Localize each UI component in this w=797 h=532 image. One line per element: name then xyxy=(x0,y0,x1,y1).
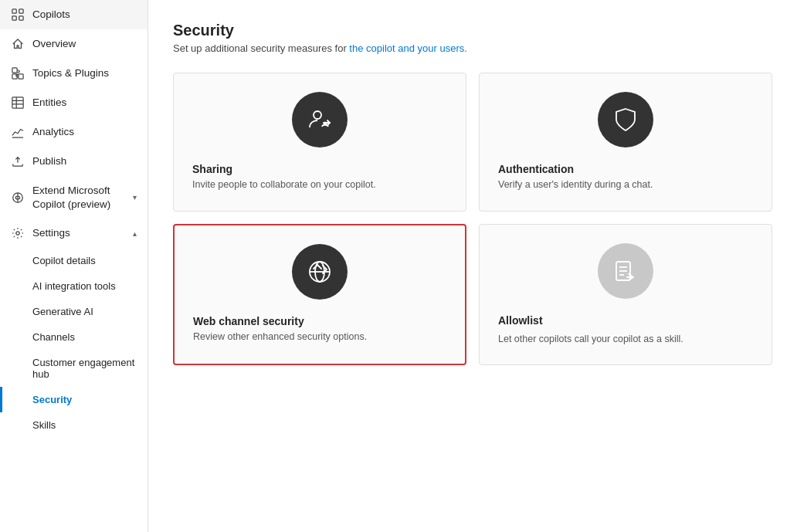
grid-icon xyxy=(11,8,25,22)
sidebar-sub-label-ai-integration: AI integration tools xyxy=(32,280,116,292)
home-icon xyxy=(11,37,25,51)
card-allowlist[interactable]: Allowlist Let other copilots call your c… xyxy=(479,224,772,366)
card-web-channel-title: Web channel security xyxy=(193,315,304,327)
puzzle-icon xyxy=(11,66,25,80)
chart-icon xyxy=(11,125,25,139)
svg-rect-2 xyxy=(12,16,16,20)
sidebar-sub-channels[interactable]: Channels xyxy=(0,324,148,350)
web-channel-security-icon-circle xyxy=(292,244,348,300)
sidebar-sub-label-channels: Channels xyxy=(32,331,75,343)
card-authentication[interactable]: Authentication Verify a user's identity … xyxy=(479,73,772,212)
sidebar-sub-ai-integration[interactable]: AI integration tools xyxy=(0,273,148,299)
card-sharing-desc: Invite people to collaborate on your cop… xyxy=(192,178,376,192)
allowlist-header: Allowlist xyxy=(498,314,543,330)
sidebar-sub-customer-engagement[interactable]: Customer engagement hub xyxy=(0,350,148,387)
card-web-channel-desc: Review other enhanced security options. xyxy=(193,330,367,344)
svg-rect-3 xyxy=(19,16,23,20)
sharing-icon-circle xyxy=(292,92,348,147)
svg-point-11 xyxy=(16,232,19,235)
sidebar-label-topics: Topics & Plugins xyxy=(32,66,137,80)
sidebar-item-overview[interactable]: Overview xyxy=(0,29,148,59)
sidebar-item-entities[interactable]: Entities xyxy=(0,88,148,117)
sidebar-sub-copilot-details[interactable]: Copilot details xyxy=(0,248,148,273)
svg-point-12 xyxy=(314,111,321,119)
sidebar-item-extend-copilot[interactable]: Extend Microsoft Copilot (preview) ▾ xyxy=(0,176,148,219)
sidebar-sub-label-skills: Skills xyxy=(32,419,56,431)
card-allowlist-title: Allowlist xyxy=(498,314,543,327)
sidebar-sub-label-security: Security xyxy=(32,394,72,405)
sidebar-label-publish: Publish xyxy=(32,154,137,168)
sidebar-sub-generative-ai[interactable]: Generative AI xyxy=(0,299,148,324)
sidebar-label-overview: Overview xyxy=(32,37,137,51)
table-icon xyxy=(11,96,25,110)
svg-rect-4 xyxy=(12,68,17,73)
card-sharing[interactable]: Sharing Invite people to collaborate on … xyxy=(173,73,466,212)
page-subtitle: Set up additional security measures for … xyxy=(173,42,772,54)
sidebar-item-topics[interactable]: Topics & Plugins xyxy=(0,59,148,88)
svg-rect-7 xyxy=(12,97,23,108)
card-authentication-desc: Verify a user's identity during a chat. xyxy=(498,178,653,192)
svg-rect-5 xyxy=(19,74,23,79)
allowlist-icon-circle xyxy=(598,243,653,299)
svg-rect-0 xyxy=(12,9,16,13)
sidebar-label-copilots: Copilots xyxy=(32,8,137,22)
card-sharing-title: Sharing xyxy=(192,163,232,175)
sidebar-sub-label-customer-engagement: Customer engagement hub xyxy=(32,357,137,380)
authentication-icon-circle xyxy=(598,92,653,147)
sidebar-sub-label-generative-ai: Generative AI xyxy=(32,306,93,317)
sidebar-sub-security[interactable]: Security xyxy=(0,387,148,412)
sidebar-label-entities: Entities xyxy=(32,96,137,110)
card-allowlist-desc: Let other copilots call your copilot as … xyxy=(498,333,683,347)
sidebar-item-copilots[interactable]: Copilots xyxy=(0,0,148,29)
chevron-up-icon: ▴ xyxy=(133,229,137,238)
sidebar-label-extend: Extend Microsoft Copilot (preview) xyxy=(32,184,125,211)
sidebar-sub-label-copilot-details: Copilot details xyxy=(32,255,96,266)
sidebar-item-publish[interactable]: Publish xyxy=(0,147,148,176)
sidebar-label-analytics: Analytics xyxy=(32,125,137,139)
sidebar-item-analytics[interactable]: Analytics xyxy=(0,117,148,147)
subtitle-pre: Set up additional security measures for xyxy=(173,42,349,54)
sidebar-sub-skills[interactable]: Skills xyxy=(0,412,148,438)
sidebar-item-settings[interactable]: Settings ▴ xyxy=(0,219,148,248)
page-title: Security xyxy=(173,22,772,39)
svg-rect-1 xyxy=(19,9,23,13)
main-content: Security Set up additional security meas… xyxy=(148,0,797,532)
sidebar: Copilots Overview Topics & Plugins xyxy=(0,0,148,532)
subtitle-link[interactable]: the copilot and your users. xyxy=(349,42,466,54)
gear-icon xyxy=(11,226,25,240)
card-web-channel-security[interactable]: Web channel security Review other enhanc… xyxy=(173,224,466,366)
chevron-down-icon: ▾ xyxy=(133,193,137,202)
card-authentication-title: Authentication xyxy=(498,163,574,175)
sidebar-label-settings: Settings xyxy=(32,226,125,240)
upload-icon xyxy=(11,154,25,168)
cards-grid: Sharing Invite people to collaborate on … xyxy=(173,73,772,365)
extend-icon xyxy=(11,191,25,205)
